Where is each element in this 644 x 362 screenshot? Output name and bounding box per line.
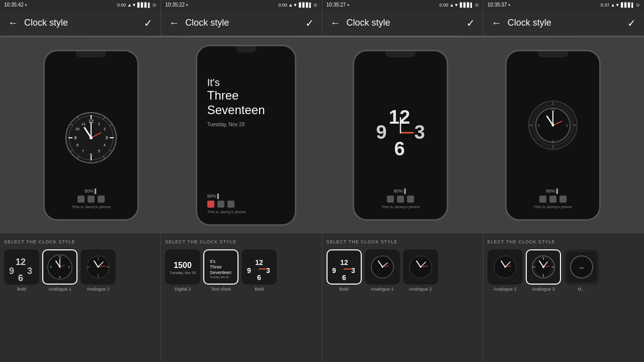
svg-text:9: 9: [376, 122, 387, 143]
analogue2-thumb-3[interactable]: [403, 249, 438, 285]
phone-preview-3: 12 9 3 6 80% ▌: [353, 50, 448, 221]
svg-text:9: 9: [332, 266, 336, 275]
signal-icon-1: 0.00 ▲▼ ▋▋▋▌ ⊙: [117, 3, 156, 8]
selectors-row: SELECT THE CLOCK STYLE 12 9 3 6 Bold: [0, 233, 644, 362]
clock-option-analogue2-4[interactable]: Analogue 2: [488, 249, 523, 292]
svg-point-29: [90, 136, 93, 139]
back-button-1[interactable]: ←: [8, 17, 18, 29]
status-time-4: 10:35:37 ▪: [488, 2, 510, 8]
clock-option-analogue3[interactable]: Analogue 3: [526, 249, 561, 292]
headers-row: ← Clock style ✓ ← Clock style ✓ ← Clock …: [0, 10, 644, 36]
svg-text:10: 10: [75, 127, 79, 131]
digital2-thumb[interactable]: 1500 Tuesday, Nov 28: [165, 249, 200, 285]
svg-text:2: 2: [104, 127, 106, 131]
svg-point-107: [420, 266, 421, 268]
more-thumb[interactable]: •••: [564, 249, 599, 285]
check-button-3[interactable]: ✓: [466, 17, 475, 29]
analogue1-mini-3: [367, 252, 397, 282]
text-clock-thumb[interactable]: It's Three Seventeen Tuesday, Nov 28: [203, 249, 238, 285]
analogue3-option-label: Analogue 3: [532, 287, 555, 292]
battery-3: 80% ▌: [394, 189, 408, 194]
select-label-2: SELECT THE CLOCK STYLE: [165, 239, 317, 244]
clock-option-analogue1[interactable]: 12 3 6 9 Analogue 1: [42, 249, 77, 292]
back-button-3[interactable]: ←: [331, 17, 341, 29]
svg-text:9: 9: [50, 265, 52, 268]
analogue1-thumb[interactable]: 12 3 6 9: [42, 249, 77, 285]
clock-option-more[interactable]: ••• M...: [564, 249, 599, 292]
select-label-4: ELECT THE CLOCK STYLE: [488, 239, 640, 244]
bold-thumb-2[interactable]: 12 9 3 6: [242, 249, 277, 285]
text-clock-line2: Three: [207, 88, 285, 103]
status-bar-2: 10:35:22 ▪ 0.00 ▲▼ ▋▋▋▌ ⊙: [161, 0, 322, 10]
svg-text:9: 9: [247, 266, 251, 275]
clock-option-analogue1-3[interactable]: Analogue 1: [365, 249, 400, 292]
check-button-2[interactable]: ✓: [305, 17, 314, 29]
back-button-2[interactable]: ←: [169, 17, 179, 29]
analogue2-mini-3: [406, 252, 436, 282]
clock-option-digital2[interactable]: 1500 Tuesday, Nov 28 Digital 2: [165, 249, 200, 292]
svg-text:3: 3: [266, 266, 270, 275]
analogue1-mini-svg: 12 3 6 9: [45, 252, 75, 282]
bold-option-label-3: Bold: [339, 287, 348, 292]
analogue2-option-label-1: Analogue 2: [87, 287, 110, 292]
svg-text:1500: 1500: [174, 261, 192, 269]
check-button-1[interactable]: ✓: [144, 17, 152, 29]
svg-text:Seventeen: Seventeen: [210, 270, 231, 275]
check-button-4[interactable]: ✓: [627, 17, 636, 29]
header-title-1: Clock style: [24, 18, 68, 28]
icon-row-2: [207, 201, 234, 208]
bold-clock: 12 9 3 6: [370, 98, 431, 158]
analogue-clock-4: 12 3 6 9: [528, 100, 578, 150]
device-name-1: This is Janny's phone: [72, 205, 111, 209]
analogue3-mini-svg: [528, 252, 558, 282]
header-title-2: Clock style: [185, 18, 229, 28]
more-option-label: M...: [578, 287, 585, 292]
phone-notch-4: [538, 51, 568, 57]
icon-row-1: [77, 196, 105, 203]
svg-text:6: 6: [342, 274, 346, 282]
status-icons-2: 0.00 ▲▼ ▋▋▋▌ ⊙: [278, 3, 317, 8]
phone-1: 12 3 6 9 1 2 4 5 7 8 10 11: [43, 50, 139, 221]
back-button-4[interactable]: ←: [492, 17, 502, 29]
status-time-3: 10:35:27 ▪: [327, 2, 349, 8]
phone-4-bottom: 80% ▌ This is Janny's phone: [533, 189, 572, 209]
svg-text:9: 9: [538, 124, 540, 127]
selector-panel-1: SELECT THE CLOCK STYLE 12 9 3 6 Bold: [0, 233, 161, 362]
svg-text:6: 6: [59, 276, 61, 279]
social-icon-2: [227, 201, 234, 208]
analogue1-thumb-3[interactable]: [365, 249, 400, 285]
icon-row-3: [387, 196, 414, 203]
clock-option-analogue2-1[interactable]: Analogue 2: [80, 249, 116, 292]
battery-2: 80% ▌: [207, 194, 220, 199]
clock-option-bold-3[interactable]: 12 9 3 6 Bold: [327, 249, 362, 292]
selector-panel-4: ELECT THE CLOCK STYLE Analogue 2: [484, 233, 644, 362]
status-bar-1: 10:35:42 ▪ 0.00 ▲▼ ▋▋▋▌ ⊙: [0, 0, 161, 10]
social-icon-4: [559, 196, 567, 203]
phone-2: It's Three Seventeen Tuesday, Nov 28 80%…: [196, 45, 296, 226]
svg-text:4: 4: [104, 143, 106, 147]
clock-options-2: 1500 Tuesday, Nov 28 Digital 2 It's Thre…: [165, 249, 317, 292]
analogue2-mini-svg-1: [83, 252, 113, 282]
phones-area: 12 3 6 9 1 2 4 5 7 8 10 11: [0, 37, 644, 233]
mail-icon-3: [397, 196, 404, 203]
phone-preview-4: 12 3 6 9 80% ▌: [505, 50, 601, 221]
header-panel-4: ← Clock style ✓: [484, 10, 644, 36]
phone-3: 12 9 3 6 80% ▌: [353, 50, 448, 221]
header-title-3: Clock style: [347, 18, 390, 28]
analogue2-thumb-1[interactable]: [80, 249, 116, 285]
clock-option-bold-2[interactable]: 12 9 3 6 Bold: [242, 249, 277, 292]
analogue3-thumb[interactable]: [526, 249, 561, 285]
bold-thumb-partial[interactable]: 12 9 3 6: [4, 249, 39, 285]
analogue2-thumb-4[interactable]: [488, 249, 523, 285]
svg-text:3: 3: [351, 266, 355, 275]
clock-option-bold-partial[interactable]: 12 9 3 6 Bold: [4, 249, 39, 292]
msg-icon-3: [387, 196, 394, 203]
battery-4: 80% ▌: [546, 189, 559, 194]
phone-preview-2: It's Three Seventeen Tuesday, Nov 28 80%…: [196, 45, 296, 226]
bold-thumb-3[interactable]: 12 9 3 6: [327, 249, 362, 285]
clock-option-analogue2-3[interactable]: Analogue 2: [403, 249, 438, 292]
select-label-3: SELECT THE CLOCK STYLE: [327, 239, 479, 244]
text-clock-mini-svg: It's Three Seventeen Tuesday, Nov 28: [206, 252, 236, 282]
phone-3-bottom: 80% ▌ This is Janny's phone: [381, 189, 420, 209]
clock-option-text[interactable]: It's Three Seventeen Tuesday, Nov 28 Tex…: [203, 249, 238, 292]
